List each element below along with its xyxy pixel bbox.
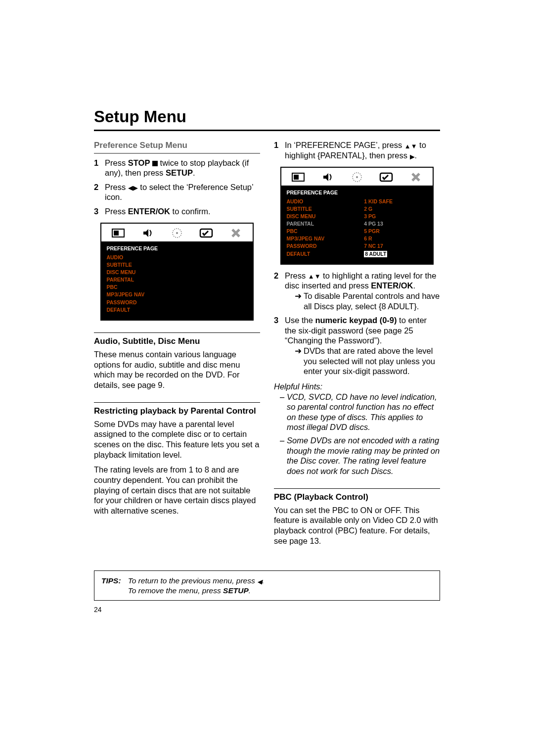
right-arrow-icon: [133, 187, 138, 188]
step-1: Press STOP twice to stop playback (if an…: [94, 158, 260, 178]
osd-rating: 7 NC 17: [364, 243, 427, 249]
osd-rating: 5 PGR: [364, 228, 427, 235]
osd-parental-page: PREFERENCE PAGE AUDIO1 KID SAFE SUBTITLE…: [280, 167, 433, 265]
osd-item: MP3/JPEG NAV: [106, 291, 184, 298]
osd-title: PREFERENCE PAGE: [281, 189, 432, 198]
text: .: [415, 151, 417, 160]
tips-footer: TIPS: To return to the previous menu, pr…: [94, 570, 440, 601]
step-2: Press to select the ‘Preference Setup’ i…: [94, 182, 260, 202]
pref-setup-header: Preference Setup Menu: [94, 140, 260, 153]
text: to confirm.: [170, 207, 211, 216]
down-arrow-icon: [411, 145, 417, 146]
step-2: Press to highlight a rating level for th…: [274, 271, 440, 312]
osd-iconbar: [281, 168, 432, 186]
text-strong: SETUP: [223, 586, 249, 595]
osd-item: SUBTITLE: [286, 206, 364, 212]
text: .: [262, 576, 264, 585]
helpful-hints: Helpful Hints: VCD, SVCD, CD have no lev…: [274, 381, 440, 476]
general-setup-icon: [109, 227, 127, 239]
svg-rect-1: [114, 231, 119, 236]
svg-point-4: [176, 232, 178, 234]
osd-item: DEFAULT: [286, 251, 364, 257]
osd-item: MP3/JPEG NAV: [286, 236, 364, 242]
hint-item: VCD, SVCD, CD have no level indication, …: [280, 392, 440, 433]
osd-item: DEFAULT: [106, 307, 184, 313]
text: .: [193, 168, 195, 177]
text-strong: numeric keypad (0-9): [315, 316, 397, 325]
svg-marker-2: [143, 229, 148, 237]
content-columns: Preference Setup Menu Press STOP twice t…: [94, 140, 440, 551]
osd-item: DISC MENU: [106, 269, 184, 276]
osd-rating: 3 PG: [364, 213, 427, 220]
pbc-heading: PBC (Playback Control): [274, 488, 440, 502]
audio-subtitle-heading: Audio, Subtitle, Disc Menu: [94, 332, 260, 346]
down-arrow-icon: [314, 276, 321, 277]
osd-rating: 6 R: [364, 236, 427, 242]
text: .: [249, 586, 251, 595]
text: In ‘PREFERENCE PAGE’, press: [285, 141, 404, 149]
stop-icon: [152, 161, 158, 166]
exit-icon: [407, 171, 425, 184]
page-number: 24: [94, 606, 440, 614]
svg-point-10: [356, 176, 358, 178]
svg-marker-8: [323, 173, 328, 181]
text: Press: [285, 271, 308, 280]
left-arrow-icon: [257, 581, 262, 582]
osd-rating: 2 G: [364, 206, 427, 212]
parental-text-1: Some DVDs may have a parental level assi…: [94, 419, 260, 460]
tips-label: TIPS:: [101, 576, 121, 595]
exit-icon: [227, 227, 245, 239]
preference-setup-icon: [197, 227, 215, 239]
parental-heading: Restricting playback by Parental Control: [94, 402, 260, 416]
text-strong: STOP: [128, 158, 150, 167]
up-arrow-icon: [404, 145, 411, 146]
osd-item: SUBTITLE: [106, 262, 184, 268]
step-3: Press ENTER/OK to confirm.: [94, 206, 260, 217]
pref-steps: Press STOP twice to stop playback (if an…: [94, 158, 260, 217]
note-bullet: DVDs that are rated above the level you …: [285, 346, 440, 377]
text: Press: [105, 207, 128, 216]
osd-item: PARENTAL: [106, 277, 184, 283]
osd-preference-page: PREFERENCE PAGE AUDIO SUBTITLE DISC MENU…: [100, 223, 253, 321]
osd-item: DISC MENU: [286, 213, 364, 220]
text: Press: [105, 183, 128, 191]
hint-item: Some DVDs are not encoded with a rating …: [280, 435, 440, 476]
osd-item: PARENTAL: [286, 221, 364, 227]
osd-menu-list: AUDIO SUBTITLE DISC MENU PARENTAL PBC MP…: [101, 254, 252, 314]
text-strong: ENTER/OK: [371, 281, 413, 290]
tips-line-1: To return to the previous menu, press .: [128, 576, 265, 585]
right-column: In ‘PREFERENCE PAGE’, press to highlight…: [274, 140, 440, 551]
step-1: In ‘PREFERENCE PAGE’, press to highlight…: [274, 140, 440, 160]
audio-setup-icon: [319, 171, 337, 184]
osd-iconbar: [101, 224, 252, 241]
left-arrow-icon: [128, 187, 133, 188]
note-bullet: To disable Parental controls and have al…: [285, 291, 440, 311]
tips-body: To return to the previous menu, press . …: [128, 576, 265, 595]
page-title: Setup Menu: [94, 106, 440, 131]
text: To remove the menu, press: [128, 586, 223, 595]
up-arrow-icon: [308, 276, 314, 277]
text: Press: [105, 158, 128, 167]
text: .: [413, 281, 416, 290]
osd-item: AUDIO: [106, 254, 184, 261]
step-3: Use the numeric keypad (0-9) to enter th…: [274, 315, 440, 377]
svg-rect-7: [294, 175, 299, 180]
osd-rating: 1 KID SAFE: [364, 198, 427, 205]
text-strong: SETUP: [166, 168, 193, 177]
right-steps-2: Press to highlight a rating level for th…: [274, 271, 440, 377]
text: To return to the previous menu, press: [128, 576, 257, 585]
audio-setup-icon: [139, 227, 157, 239]
preference-setup-icon: [377, 171, 395, 184]
parental-text-2: The rating levels are from 1 to 8 and ar…: [94, 465, 260, 516]
osd-title: PREFERENCE PAGE: [101, 244, 252, 254]
tips-line-2: To remove the menu, press SETUP.: [128, 586, 265, 595]
osd-item: PASSWORD: [106, 299, 184, 306]
audio-subtitle-text: These menus contain various language opt…: [94, 349, 260, 390]
osd-item: AUDIO: [286, 198, 364, 205]
left-column: Preference Setup Menu Press STOP twice t…: [94, 140, 260, 551]
general-setup-icon: [289, 171, 307, 184]
text-strong: ENTER/OK: [128, 207, 170, 216]
osd-item: PBC: [106, 284, 184, 290]
osd-rating-selected: 8 ADULT: [364, 251, 427, 257]
osd-item: PBC: [286, 228, 364, 235]
